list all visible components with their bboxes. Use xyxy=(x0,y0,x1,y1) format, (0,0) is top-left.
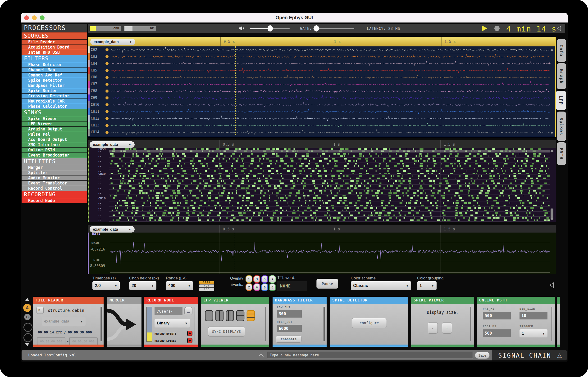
decrease-size-button[interactable]: - xyxy=(428,322,438,334)
sidebar-item-online-psth[interactable]: Online PSTH xyxy=(22,148,87,153)
raster-source-dropdown[interactable]: example_data xyxy=(90,141,135,148)
drag-handle[interactable] xyxy=(100,307,102,341)
post-ms-input[interactable]: 500 xyxy=(483,330,511,337)
save-button[interactable]: Save xyxy=(475,352,490,359)
processor-spike-viewer[interactable]: SPIKE VIEWER Display size: - + xyxy=(411,297,474,347)
tab-info[interactable]: Info xyxy=(557,39,566,62)
scroll-up-icon[interactable] xyxy=(551,149,554,152)
gate-slider[interactable] xyxy=(313,28,354,29)
processor-file-reader[interactable]: FILE READER F: structure.oebin example_d… xyxy=(33,297,104,347)
sidebar-item-file-reader[interactable]: File Reader xyxy=(22,40,87,45)
tab-graph[interactable]: Graph xyxy=(557,63,566,89)
range-dropdown[interactable]: 400 xyxy=(166,281,193,290)
chain-tab-empty[interactable] xyxy=(24,333,33,342)
drag-handle[interactable] xyxy=(265,307,268,341)
processor-online-psth[interactable]: ONLINE PSTH PRE_MS 500 BIN_SIZE 10 POST_… xyxy=(477,297,555,347)
sidebar-item-spike-detector[interactable]: Spike Detector xyxy=(22,78,87,83)
collapse-options-icon[interactable] xyxy=(549,282,555,288)
sidebar-item-spike-sorter[interactable]: Spike Sorter xyxy=(22,88,87,93)
lfp-source-dropdown[interactable]: example_data xyxy=(90,39,135,45)
chain-scroll-down-icon[interactable] xyxy=(25,343,29,346)
sidebar-item-merger[interactable]: Merger xyxy=(22,165,87,170)
color-scheme-dropdown[interactable]: Classic xyxy=(351,281,411,290)
sidebar-item-arduino-output[interactable]: Arduino Output xyxy=(22,127,87,132)
dataset-dropdown[interactable]: example_data xyxy=(42,317,86,326)
channel-event-dot[interactable] xyxy=(105,48,109,51)
channel-event-dot[interactable] xyxy=(105,76,109,79)
channel-event-dot[interactable] xyxy=(105,110,109,113)
file-select-button[interactable]: F: xyxy=(37,307,44,314)
scroll-up-icon[interactable] xyxy=(551,48,554,51)
processor-bandpass-filter[interactable]: BANDPASS FILTER LOW_CUT 300 HIGH_CUT 600… xyxy=(272,297,327,347)
chain-tab-b[interactable]: B xyxy=(24,314,31,320)
drag-handle[interactable] xyxy=(323,307,325,341)
collapse-chain-icon[interactable]: △ xyxy=(557,352,562,359)
channel-event-dot[interactable] xyxy=(105,69,109,72)
sidebar-item-pulse-pal[interactable]: Pulse Pal xyxy=(22,132,87,137)
sidebar-item-acq-board-output[interactable]: Acq Board Output xyxy=(22,137,87,142)
sidebar-item-phase-detector[interactable]: Phase Detector xyxy=(22,62,87,67)
timebase-dropdown[interactable]: 2.0 xyxy=(92,281,120,290)
end-time-input[interactable]: 00:00:30.000 xyxy=(69,337,98,345)
sidebar-item-lfp-viewer[interactable]: LFP Viewer xyxy=(22,121,87,127)
volume-slider-thumb[interactable] xyxy=(268,25,273,32)
overlay-event-button-7[interactable]: 7 xyxy=(269,275,276,283)
tab-spikes[interactable]: Spikes xyxy=(557,112,566,141)
sidebar-item-audio-monitor[interactable]: Audio Monitor xyxy=(22,176,87,180)
channel-event-dot[interactable] xyxy=(105,131,109,134)
record-spikes-toggle[interactable] xyxy=(187,338,192,343)
sidebar-item-phase-calculator[interactable]: Phase Calculator xyxy=(22,104,87,109)
processor-spike-detector[interactable]: SPIKE DETECTOR configure xyxy=(330,297,408,347)
volume-slider[interactable] xyxy=(250,28,290,29)
processor-merger[interactable]: MERGER xyxy=(107,297,142,347)
channel-event-dot[interactable] xyxy=(105,90,109,93)
channel-event-dot[interactable] xyxy=(105,117,109,120)
channel-event-dot[interactable] xyxy=(105,124,109,127)
pre-ms-input[interactable]: 500 xyxy=(483,312,511,319)
drag-handle[interactable] xyxy=(195,307,197,341)
chan-height-dropdown[interactable]: 20 xyxy=(129,281,156,290)
scroll-down-icon[interactable] xyxy=(551,132,554,134)
drag-handle[interactable] xyxy=(470,307,473,341)
channel-event-dot[interactable] xyxy=(105,83,109,86)
drag-handle[interactable] xyxy=(551,307,554,341)
record-button[interactable] xyxy=(494,26,500,31)
chain-tab-a[interactable]: A xyxy=(23,304,31,312)
increase-size-button[interactable]: + xyxy=(442,322,452,334)
overlay-event-button-3[interactable]: 3 xyxy=(253,275,260,283)
record-events-toggle[interactable] xyxy=(187,331,192,336)
message-input[interactable] xyxy=(267,352,473,359)
trigger-dropdown[interactable]: 1 xyxy=(519,330,548,337)
chain-tab-empty[interactable] xyxy=(24,323,33,332)
sidebar-item-channel-map[interactable]: Channel Map xyxy=(22,68,87,72)
chevron-up-icon[interactable] xyxy=(258,353,264,357)
stream-button-data[interactable]: DATA xyxy=(199,281,214,284)
sidebar-item-crossing-detector[interactable]: Crossing Detector xyxy=(22,94,87,98)
sidebar-item-record-control[interactable]: Record Control xyxy=(22,186,87,191)
record-path-field[interactable]: /Users/ xyxy=(155,307,183,315)
sidebar-item-intan-rhd-usb[interactable]: Intan RHD USB xyxy=(22,50,87,55)
scroll-down-icon[interactable] xyxy=(551,218,554,220)
processor-record-node[interactable]: RECORD NODE /Users/ ... Binary RECORD EV… xyxy=(144,297,198,347)
processor-lfp-viewer[interactable]: LFP VIEWER SYNC DISPLAYS xyxy=(201,297,269,347)
channel-event-dot[interactable] xyxy=(105,55,109,58)
configure-button[interactable]: configure xyxy=(352,318,387,328)
sidebar-item-acquisition-board[interactable]: Acquisition Board xyxy=(22,45,87,50)
sidebar-item-record-node[interactable]: Record Node xyxy=(22,198,87,203)
tab-lfp[interactable]: LFP xyxy=(556,91,566,110)
play-button[interactable] xyxy=(482,25,487,31)
sidebar-item-common-avg-ref[interactable]: Common Avg Ref xyxy=(22,73,87,78)
sidebar-item-event-broadcaster[interactable]: Event Broadcaster xyxy=(22,153,87,158)
sidebar-item-zmq-interface[interactable]: ZMQ Interface xyxy=(22,142,87,147)
stream-button-adc[interactable]: ADC xyxy=(199,288,214,291)
tab-psth[interactable]: PSTH xyxy=(557,142,566,165)
sidebar-item-spike-viewer[interactable]: Spike Viewer xyxy=(22,116,87,121)
stream-button-aux[interactable]: AUX xyxy=(199,284,214,287)
start-time-input[interactable]: 00:00:00.000 xyxy=(37,337,65,345)
channel-event-dot[interactable] xyxy=(105,103,109,106)
sync-displays-button[interactable]: SYNC DISPLAYS xyxy=(208,327,245,337)
overlay-event-button-4[interactable]: 4 xyxy=(253,283,260,291)
overlay-event-button-5[interactable]: 5 xyxy=(261,275,268,283)
channels-button[interactable]: Channels xyxy=(276,336,301,343)
color-grouping-dropdown[interactable]: 1 xyxy=(417,281,437,290)
